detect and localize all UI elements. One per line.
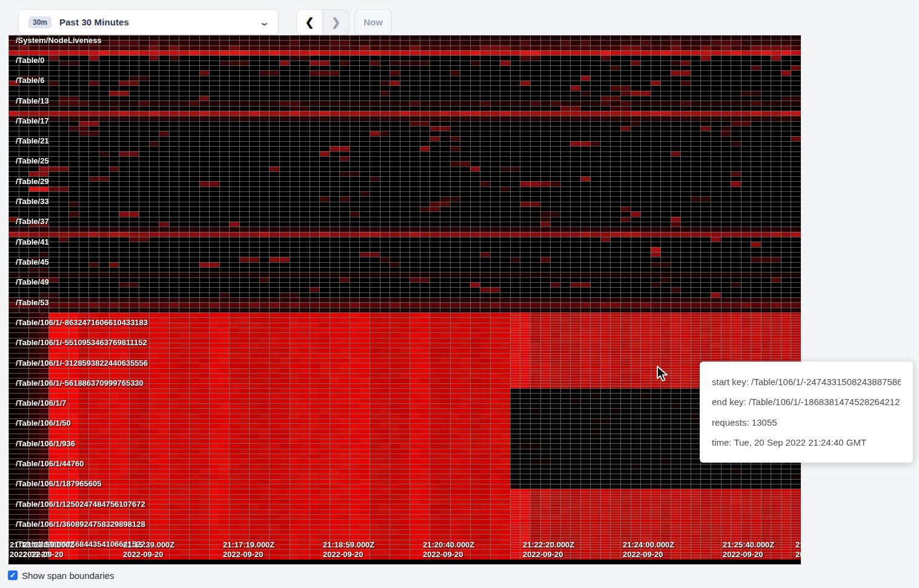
time-nav-group: ❮ ❯ [296,9,350,35]
footer-controls: ✓ Show span boundaries [8,569,114,582]
checkbox-check-icon: ✓ [10,571,16,580]
key-visualizer-heatmap[interactable] [8,35,801,564]
time-back-button[interactable]: ❮ [297,10,323,35]
tooltip-requests: requests: 13055 [712,417,901,428]
chevron-down-icon: ⌄ [259,17,270,28]
show-span-boundaries-label: Show span boundaries [22,570,114,581]
tooltip-end-key: end key: /Table/106/1/-18683814745282642… [712,397,901,407]
now-button[interactable]: Now [354,9,392,35]
time-range-select[interactable]: 30m Past 30 Minutes ⌄ [18,9,279,35]
chevron-right-icon: ❯ [331,16,340,29]
hover-tooltip: start key: /Table/106/1/-247433150824388… [700,362,913,463]
time-range-label: Past 30 Minutes [59,17,129,27]
chevron-left-icon: ❮ [305,16,314,29]
time-forward-button[interactable]: ❯ [323,10,349,35]
tooltip-start-key: start key: /Table/106/1/-247433150824388… [712,377,901,387]
tooltip-time: time: Tue, 20 Sep 2022 21:24:40 GMT [712,437,901,448]
time-range-badge: 30m [28,16,51,28]
show-span-boundaries-checkbox[interactable]: ✓ [8,570,18,580]
